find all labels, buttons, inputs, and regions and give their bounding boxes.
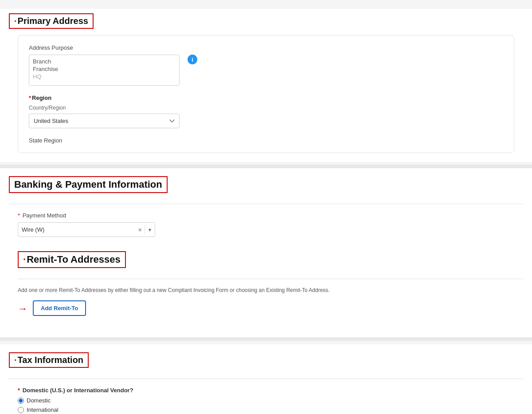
vendor-required-star: * xyxy=(18,387,20,394)
payment-chevron-button[interactable]: ▾ xyxy=(145,225,155,235)
country-region-select[interactable]: United States Canada United Kingdom Othe… xyxy=(29,114,180,128)
radio-domestic-label: Domestic xyxy=(27,397,51,404)
add-remit-button[interactable]: Add Remit-To xyxy=(33,300,86,316)
payment-clear-button[interactable]: × xyxy=(136,225,145,235)
remit-required-dot: · xyxy=(23,254,26,265)
region-title-text: Region xyxy=(32,95,51,101)
region-label: *Region xyxy=(29,95,503,101)
listbox-option-franchise[interactable]: Franchise xyxy=(33,65,176,73)
address-purpose-label: Address Purpose xyxy=(29,44,503,51)
remit-to-title: ·Remit-To Addresses xyxy=(18,251,126,268)
banking-title: Banking & Payment Information xyxy=(9,176,168,193)
tax-title: ·Tax Information xyxy=(9,352,89,368)
top-spacer xyxy=(0,4,532,9)
tax-required-dot: · xyxy=(14,355,17,365)
state-region-label: State Region xyxy=(29,137,503,144)
remit-arrow-icon: → xyxy=(18,303,27,315)
remit-to-subsection: ·Remit-To Addresses Add one or more Remi… xyxy=(18,251,523,316)
radio-option-international: International xyxy=(18,406,523,413)
tax-title-text: Tax Information xyxy=(18,355,84,365)
country-region-label: Country/Region xyxy=(29,105,503,111)
radio-international[interactable] xyxy=(18,407,24,413)
payment-method-select-wrapper: Wire (W) ACH Check Credit Card × ▾ xyxy=(18,222,155,237)
radio-international-label: International xyxy=(27,406,59,413)
listbox-option-branch[interactable]: Branch xyxy=(33,58,176,65)
primary-address-label: Primary Address xyxy=(18,16,88,26)
section-divider-1 xyxy=(0,165,532,168)
remit-description: Add one or more Remit-To Addresses by ei… xyxy=(18,287,523,293)
tax-section: ·Tax Information * Domestic (U.S.) or In… xyxy=(0,344,532,414)
primary-address-title: ·Primary Address xyxy=(9,13,94,29)
payment-method-field: * Payment Method Wire (W) ACH Check Cred… xyxy=(18,212,523,237)
remit-add-row: → Add Remit-To xyxy=(18,300,523,316)
vendor-type-label: * Domestic (U.S.) or International Vendo… xyxy=(18,387,523,394)
radio-domestic[interactable] xyxy=(18,398,24,404)
page-container: ·Primary Address Address Purpose Branch … xyxy=(0,0,532,414)
required-dot: · xyxy=(14,16,17,26)
address-purpose-listbox[interactable]: Branch Franchise HQ xyxy=(29,55,180,86)
listbox-option-hq[interactable]: HQ xyxy=(33,73,176,80)
remit-title-row: ·Remit-To Addresses xyxy=(18,251,523,279)
payment-method-select[interactable]: Wire (W) ACH Check Credit Card xyxy=(18,223,136,237)
banking-title-text: Banking & Payment Information xyxy=(14,179,162,190)
radio-option-domestic: Domestic xyxy=(18,397,523,404)
vendor-question-text: Domestic (U.S.) or International Vendor? xyxy=(23,387,133,394)
payment-method-label-text: Payment Method xyxy=(23,212,66,219)
region-required-star: * xyxy=(29,95,31,101)
primary-address-section: ·Primary Address Address Purpose Branch … xyxy=(0,9,532,162)
tax-title-row: ·Tax Information xyxy=(9,352,523,379)
vendor-type-field: * Domestic (U.S.) or International Vendo… xyxy=(18,387,523,413)
banking-section: Banking & Payment Information * Payment … xyxy=(0,168,532,327)
info-icon[interactable]: i xyxy=(188,55,197,64)
payment-method-label: * Payment Method xyxy=(18,212,523,219)
payment-required-star: * xyxy=(18,212,20,219)
banking-title-row: Banking & Payment Information xyxy=(9,176,523,204)
section-divider-2 xyxy=(0,337,532,341)
remit-to-title-text: Remit-To Addresses xyxy=(27,254,121,265)
primary-address-card: Address Purpose Branch Franchise HQ i *R… xyxy=(18,35,514,153)
region-section: *Region Country/Region United States Can… xyxy=(29,95,503,128)
address-purpose-row: Branch Franchise HQ i xyxy=(29,55,503,86)
spacer-2 xyxy=(0,327,532,337)
